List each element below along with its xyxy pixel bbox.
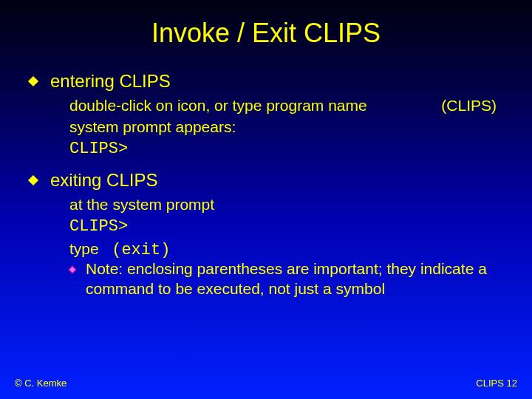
small-diamond-icon bbox=[69, 262, 86, 302]
exiting-type-label: type bbox=[69, 240, 99, 257]
entering-line2: system prompt appears: bbox=[69, 117, 502, 137]
exiting-prompt: CLIPS> bbox=[69, 216, 502, 237]
entering-line1: double-click on icon, or type program na… bbox=[69, 96, 367, 116]
exiting-line1: at the system prompt bbox=[69, 195, 502, 215]
slide: Invoke / Exit CLIPS entering CLIPS doubl… bbox=[0, 0, 532, 399]
exiting-type-row: type (exit) bbox=[69, 240, 502, 259]
bullet-exiting: exiting CLIPS bbox=[30, 170, 502, 191]
entering-prompt: CLIPS> bbox=[69, 139, 502, 160]
section-entering: entering CLIPS double-click on icon, or … bbox=[30, 71, 502, 160]
footer-right: CLIPS 12 bbox=[476, 378, 517, 389]
entering-heading: entering CLIPS bbox=[50, 71, 171, 92]
section-exiting: exiting CLIPS at the system prompt CLIPS… bbox=[30, 170, 502, 299]
footer: © C. Kemke CLIPS 12 bbox=[15, 378, 517, 389]
exiting-heading: exiting CLIPS bbox=[50, 170, 157, 191]
diamond-bullet-icon bbox=[30, 173, 50, 188]
slide-title: Invoke / Exit CLIPS bbox=[30, 18, 502, 49]
bullet-entering: entering CLIPS bbox=[30, 71, 502, 92]
entering-line1-row: double-click on icon, or type program na… bbox=[69, 96, 502, 116]
exiting-note-item: Note: enclosing parentheses are importan… bbox=[69, 259, 502, 299]
exiting-note: Note: enclosing parentheses are importan… bbox=[86, 259, 502, 299]
footer-left: © C. Kemke bbox=[15, 378, 66, 389]
exiting-type-cmd: (exit) bbox=[112, 241, 170, 259]
entering-line1-paren: (CLIPS) bbox=[441, 96, 497, 116]
diamond-bullet-icon bbox=[30, 74, 50, 89]
